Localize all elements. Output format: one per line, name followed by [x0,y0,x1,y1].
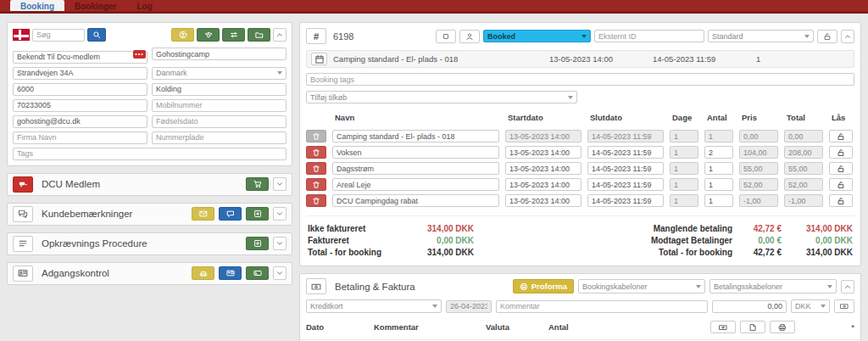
booking-summary-row[interactable]: Camping standard - El- plads - 018 13-05… [306,50,854,68]
payments-print-button[interactable] [770,321,795,333]
phone-input[interactable] [13,99,147,112]
payment-templates-select[interactable]: Betalingsskabeloner [709,279,837,293]
delete-line-button[interactable] [306,162,326,175]
add-procedure-button[interactable] [246,237,269,250]
col-total: Total [784,113,823,122]
section-dcu-medlem[interactable]: DCU Medlem [7,173,292,196]
payment-amount-input[interactable] [712,300,787,313]
company-input[interactable] [13,131,147,144]
customer-name-input[interactable] [13,51,147,64]
printer-icon [520,282,528,291]
email-input[interactable] [13,115,147,128]
expand-notes-button[interactable] [273,207,287,221]
line-end-input[interactable] [587,162,664,175]
line-name-input[interactable] [332,162,499,175]
camp-name-input[interactable] [152,48,287,60]
section-opkraevnings-procedure[interactable]: Opkrævnings Procedure [7,232,292,255]
select-booking-checkbox[interactable] [436,30,456,43]
unlock-line-button[interactable] [829,178,853,191]
line-end-input[interactable] [587,178,664,191]
unlock-booking-button[interactable] [817,30,837,43]
line-qty-input[interactable] [704,162,733,175]
printer-icon [778,323,787,332]
country-select[interactable]: Danmark [152,67,287,80]
line-name-input[interactable] [332,194,499,207]
unlock-line-button[interactable] [829,146,853,159]
payment-comment-input[interactable] [496,300,708,313]
addon-select[interactable]: Tilføj tilkøb [306,91,577,103]
city-input[interactable] [152,83,287,96]
booking-templates-select[interactable]: Bookingskabeloner [578,279,705,293]
line-qty-input[interactable] [704,178,733,191]
line-qty-input[interactable] [704,194,733,207]
line-end-input[interactable] [587,194,664,207]
payment-date-input[interactable] [446,300,492,313]
customer-pet-button[interactable] [197,28,220,42]
line-total-input [784,130,823,143]
col-startdato: Startdato [505,113,581,122]
dcu-member-badge-icon[interactable]: ••• [133,50,146,59]
currency-select[interactable]: DKK [791,299,830,313]
payments-document-button[interactable] [740,321,765,333]
line-name-input[interactable] [332,178,499,191]
total-label: Ikke faktureret [308,223,396,235]
plate-input[interactable] [152,131,287,144]
line-name-input[interactable] [332,146,499,159]
collapse-booking-button[interactable] [841,30,854,43]
delete-line-button[interactable] [306,178,326,191]
unlock-line-button[interactable] [829,130,853,143]
add-note-button[interactable] [246,207,269,221]
booking-user-button[interactable] [459,30,480,43]
list-icon [13,236,33,252]
customer-transfer-button[interactable] [222,28,245,42]
tab-booking[interactable]: Booking [10,0,64,11]
access-card-button[interactable] [219,266,242,280]
line-item-row [306,178,854,191]
comment-button[interactable] [219,207,242,221]
booking-tags-input[interactable] [306,73,854,86]
line-start-input[interactable] [505,178,581,191]
vehicle-access-button[interactable] [192,266,214,280]
street-input[interactable] [13,67,147,80]
collapse-customer-button[interactable] [273,28,287,42]
send-note-button[interactable] [192,207,214,221]
customer-archive-button[interactable] [248,28,270,42]
line-start-input[interactable] [505,194,581,207]
expand-procedure-button[interactable] [273,237,287,250]
customer-profile-button[interactable] [171,28,194,42]
line-end-input[interactable] [587,146,664,159]
external-id-input[interactable] [594,30,704,42]
dcu-cart-button[interactable] [246,177,269,191]
proforma-button[interactable]: Proforma [513,279,574,293]
customer-tags-input[interactable] [13,148,287,160]
payment-method-select[interactable]: Kreditkort [306,299,442,313]
mobile-input[interactable] [152,99,287,112]
line-start-input[interactable] [505,162,581,175]
delete-line-button [306,130,326,143]
search-input[interactable] [32,29,85,42]
expand-dcu-button[interactable] [273,177,287,191]
tab-log[interactable]: Log [126,0,162,11]
tab-bookinger[interactable]: Bookinger [64,0,126,11]
unlock-line-button[interactable] [829,194,853,207]
line-qty-input[interactable] [704,146,733,159]
section-kundebemaerkninger[interactable]: Kundebemærkninger [7,203,292,226]
zip-input[interactable] [13,83,147,96]
unlock-line-button[interactable] [829,162,853,175]
section-adgangskontrol[interactable]: Adgangskontrol [7,262,292,285]
birthdate-input[interactable] [152,115,287,128]
delete-line-button[interactable] [306,194,326,207]
id-card-icon [226,269,235,277]
collapse-payment-button[interactable] [841,280,854,293]
booking-status-select[interactable]: Booked [483,30,591,42]
col-pris: Pris [739,113,778,122]
payments-money-button[interactable] [710,321,736,333]
search-button[interactable] [87,28,106,42]
delete-line-button[interactable] [306,146,326,159]
keycard-button[interactable] [246,266,269,280]
register-payment-button[interactable] [834,299,854,313]
line-start-input[interactable] [505,146,581,159]
booking-template-select[interactable]: Standard [708,30,814,42]
expand-access-button[interactable] [273,266,287,280]
line-name-input[interactable] [332,130,499,143]
